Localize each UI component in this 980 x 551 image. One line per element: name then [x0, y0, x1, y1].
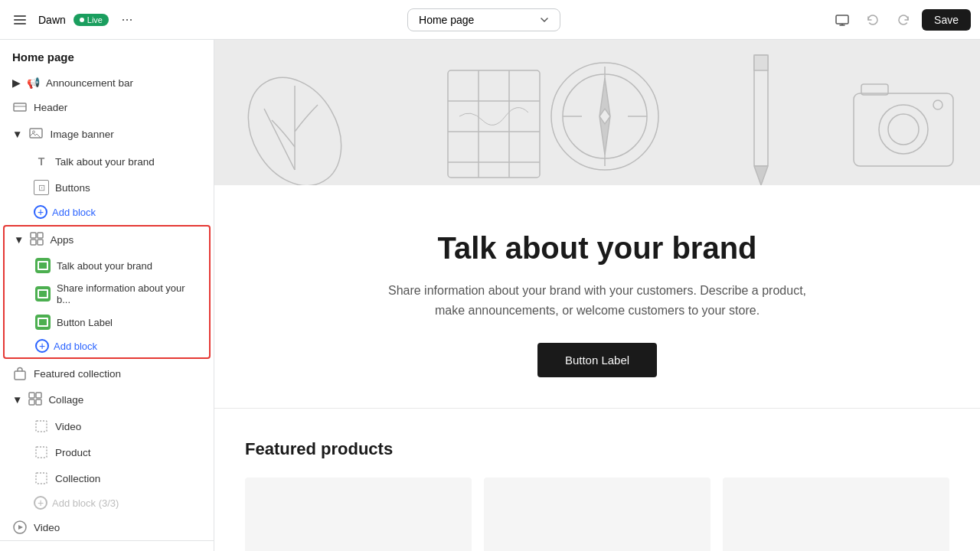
- theme-settings[interactable]: Theme settings: [0, 540, 214, 551]
- expand-arrow-apps: ▼: [14, 234, 24, 246]
- collage-grid-icon: [28, 392, 42, 408]
- svg-rect-40: [754, 55, 768, 70]
- svg-rect-4: [14, 103, 26, 111]
- sidebar-item-product-sub[interactable]: Product: [0, 439, 214, 465]
- preview-inner: Talk about your brand Share information …: [214, 40, 980, 551]
- add-block-apps-label: Add block: [54, 341, 97, 352]
- video-icon: [12, 520, 28, 535]
- svg-rect-12: [15, 371, 25, 380]
- sidebar-item-label: Buttons: [55, 182, 90, 194]
- svg-rect-13: [29, 393, 34, 398]
- live-dot: [80, 18, 84, 22]
- sidebar-item-label: Collection: [55, 473, 100, 484]
- sidebar-item-featured-collection[interactable]: Featured collection: [0, 360, 214, 386]
- sidebar-item-label: Collage: [48, 394, 83, 406]
- sidebar-item-video-sub[interactable]: Video: [0, 413, 214, 439]
- topbar-right: Save: [830, 8, 971, 32]
- svg-rect-8: [31, 233, 36, 238]
- product-card: [484, 478, 710, 551]
- sidebar-item-talk-about-brand[interactable]: T Talk about your brand: [0, 148, 214, 174]
- plus-circle-disabled-icon: +: [34, 496, 47, 510]
- product-card: [245, 478, 472, 551]
- cta-button[interactable]: Button Label: [537, 343, 657, 377]
- sidebar-item-label: Announcement bar: [46, 77, 133, 89]
- topbar: Dawn Live ··· Home page Save: [0, 0, 980, 40]
- add-block-image-banner[interactable]: + Add block: [0, 201, 214, 223]
- sidebar-item-label: Button Label: [57, 317, 113, 328]
- svg-rect-11: [38, 240, 43, 245]
- page-selector[interactable]: Home page: [407, 8, 560, 31]
- sidebar-item-label: Apps: [50, 234, 74, 246]
- sidebar-item-label: Talk about your brand: [57, 260, 152, 272]
- svg-rect-10: [31, 240, 36, 245]
- preview-area: Talk about your brand Share information …: [214, 40, 980, 551]
- sidebar-item-label: Video: [34, 522, 60, 533]
- expand-arrow-image: ▼: [12, 129, 22, 140]
- svg-rect-19: [36, 473, 47, 484]
- sidebar-item-talk-brand-app[interactable]: Talk about your brand: [5, 253, 209, 278]
- svg-rect-1: [14, 19, 26, 21]
- sidebar-item-announcement-bar[interactable]: ▶ 📢 Announcement bar: [0, 71, 214, 94]
- image-icon: [28, 126, 44, 143]
- topbar-left: Dawn Live ···: [9, 9, 138, 31]
- green-app-icon-2: [35, 286, 51, 302]
- sidebar-item-apps[interactable]: ▼ Apps: [5, 227, 209, 253]
- svg-rect-2: [14, 23, 26, 24]
- sidebar-item-label: Featured collection: [34, 368, 121, 380]
- sidebar-item-label: Product: [55, 447, 91, 458]
- add-block-apps[interactable]: + Add block: [5, 334, 209, 357]
- live-badge: Live: [74, 14, 109, 26]
- topbar-center: Home page: [147, 8, 821, 31]
- undo-button[interactable]: [861, 8, 885, 32]
- sidebar-item-image-banner[interactable]: ▼ Image banner: [0, 120, 214, 148]
- sidebar-title: Home page: [0, 40, 214, 71]
- redo-button[interactable]: [891, 8, 916, 32]
- featured-heading: Featured products: [245, 439, 949, 459]
- save-button[interactable]: Save: [922, 9, 971, 31]
- sidebar-item-video[interactable]: Video: [0, 514, 214, 540]
- brand-heading: Talk about your brand: [245, 231, 949, 266]
- sidebar-item-label: Header: [34, 102, 67, 113]
- sidebar-item-buttons[interactable]: ⊡ Buttons: [0, 174, 214, 201]
- sidebar: Home page ▶ 📢 Announcement bar Header ▼ …: [0, 40, 214, 551]
- expand-arrow: ▶: [12, 77, 21, 89]
- button-icon: ⊡: [34, 180, 49, 195]
- svg-rect-3: [836, 15, 848, 24]
- green-app-icon-3: [35, 315, 51, 330]
- add-block-label: Add block: [52, 207, 96, 218]
- menu-icon[interactable]: [9, 9, 31, 31]
- hero-image: [214, 40, 980, 185]
- svg-rect-14: [36, 393, 41, 398]
- brand-content-section: Talk about your brand Share information …: [214, 185, 980, 409]
- sidebar-item-share-info-app[interactable]: Share information about your b...: [5, 278, 209, 310]
- bracket-icon: [34, 419, 49, 434]
- main-layout: Home page ▶ 📢 Announcement bar Header ▼ …: [0, 40, 980, 551]
- sidebar-item-label: Share information about your b...: [57, 282, 197, 305]
- theme-name: Dawn: [38, 14, 66, 26]
- add-block-collage-disabled: + Add block (3/3): [0, 491, 214, 514]
- svg-rect-6: [30, 129, 42, 138]
- sidebar-item-collage[interactable]: ▼ Collage: [0, 386, 214, 413]
- sidebar-item-header[interactable]: Header: [0, 94, 214, 120]
- svg-rect-0: [14, 15, 26, 17]
- desktop-view-button[interactable]: [830, 8, 854, 32]
- svg-rect-16: [36, 399, 41, 405]
- svg-rect-18: [36, 447, 47, 458]
- sidebar-item-button-label-app[interactable]: Button Label: [5, 310, 209, 334]
- sidebar-item-label: Image banner: [50, 129, 113, 140]
- svg-marker-21: [18, 525, 23, 530]
- sidebar-item-collection-sub[interactable]: Collection: [0, 465, 214, 491]
- bag-icon: [12, 366, 28, 381]
- svg-rect-15: [29, 399, 34, 405]
- green-app-icon: [35, 258, 51, 273]
- apps-section: ▼ Apps Talk about your brand Share infor…: [3, 225, 211, 359]
- apps-grid-icon: [30, 232, 44, 248]
- bracket-icon-2: [34, 445, 49, 460]
- more-button[interactable]: ···: [116, 9, 138, 31]
- plus-circle-icon: +: [34, 205, 47, 219]
- plus-circle-apps-icon: +: [35, 339, 49, 353]
- sidebar-item-label: Talk about your brand: [55, 156, 155, 168]
- svg-rect-9: [38, 233, 43, 238]
- brand-description: Share information about your brand with …: [375, 281, 819, 320]
- text-icon: T: [34, 154, 49, 169]
